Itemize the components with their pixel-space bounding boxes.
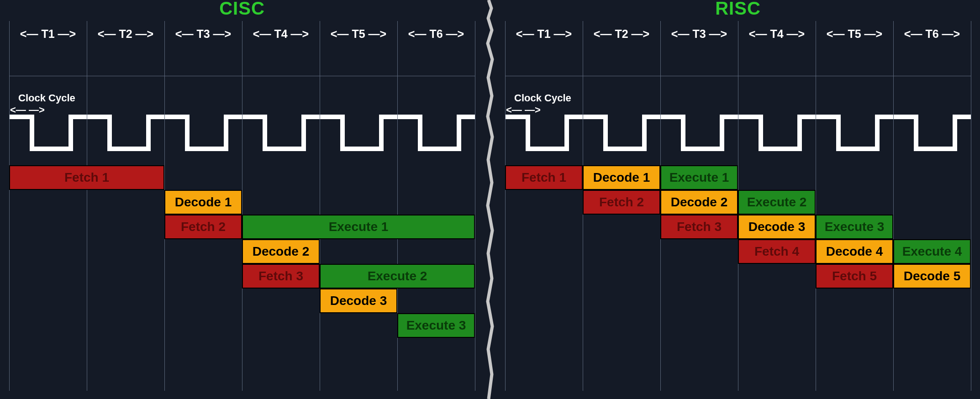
time-slot-label: <— T6 —> — [893, 27, 971, 41]
clock-cycle-label: Clock Cycle — [18, 92, 75, 104]
cisc-panel: CISC Clock Cycle <— —> <— T1 —><— T2 —><… — [0, 0, 484, 399]
diagram-root: CISC Clock Cycle <— —> <— T1 —><— T2 —><… — [0, 0, 980, 399]
time-slot-label: <— T4 —> — [738, 27, 816, 41]
grid-line — [505, 21, 506, 391]
pipeline-stage-execute: Execute 2 — [738, 190, 816, 215]
pipeline-stage-fetch: Fetch 3 — [660, 215, 738, 239]
time-slot-label: <— T5 —> — [320, 27, 397, 41]
torn-edge-icon — [484, 0, 496, 399]
pipeline-stage-decode: Decode 1 — [164, 190, 242, 215]
panel-divider — [484, 0, 496, 399]
pipeline-stage-fetch: Fetch 3 — [242, 264, 320, 289]
pipeline-stage-execute: Execute 1 — [660, 165, 738, 190]
time-slot-label: <— T3 —> — [164, 27, 242, 41]
clock-cycle-label: Clock Cycle — [514, 92, 571, 104]
grid-line — [242, 21, 242, 391]
cisc-grid: Clock Cycle <— —> <— T1 —><— T2 —><— T3 … — [9, 21, 475, 391]
grid-line — [9, 21, 10, 391]
pipeline-stage-decode: Decode 2 — [242, 239, 320, 264]
grid-line — [475, 21, 475, 391]
grid-line — [320, 21, 320, 391]
pipeline-stage-execute: Execute 2 — [320, 264, 475, 289]
pipeline-stage-fetch: Fetch 1 — [505, 165, 583, 190]
time-slot-label: <— T5 —> — [816, 27, 893, 41]
pipeline-stage-fetch: Fetch 5 — [816, 264, 893, 289]
pipeline-stage-fetch: Fetch 1 — [9, 165, 164, 190]
grid-line — [893, 21, 894, 391]
pipeline-stage-fetch: Fetch 4 — [738, 239, 816, 264]
time-slot-label: <— T2 —> — [583, 27, 660, 41]
pipeline-stage-execute: Execute 1 — [242, 215, 475, 239]
pipeline-stage-execute: Execute 3 — [397, 313, 475, 338]
pipeline-stage-decode: Decode 4 — [816, 239, 893, 264]
grid-line — [816, 21, 816, 391]
pipeline-stage-decode: Decode 2 — [660, 190, 738, 215]
time-slot-label: <— T1 —> — [9, 27, 87, 41]
cisc-title: CISC — [0, 0, 484, 19]
grid-line — [87, 21, 87, 391]
pipeline-stage-execute: Execute 4 — [893, 239, 971, 264]
time-slot-label: <— T3 —> — [660, 27, 738, 41]
pipeline-stage-decode: Decode 3 — [738, 215, 816, 239]
risc-title: RISC — [496, 0, 980, 19]
pipeline-stage-execute: Execute 3 — [816, 215, 893, 239]
time-slot-label: <— T2 —> — [87, 27, 164, 41]
pipeline-stage-decode: Decode 5 — [893, 264, 971, 289]
time-slot-label: <— T4 —> — [242, 27, 320, 41]
time-slot-label: <— T6 —> — [397, 27, 475, 41]
pipeline-stage-decode: Decode 1 — [583, 165, 660, 190]
pipeline-stage-decode: Decode 3 — [320, 289, 397, 313]
risc-grid: Clock Cycle <— —> <— T1 —><— T2 —><— T3 … — [505, 21, 971, 391]
risc-panel: RISC Clock Cycle <— —> <— T1 —><— T2 —><… — [496, 0, 980, 399]
time-slot-label: <— T1 —> — [505, 27, 583, 41]
grid-line — [971, 21, 971, 391]
pipeline-stage-fetch: Fetch 2 — [164, 215, 242, 239]
pipeline-stage-fetch: Fetch 2 — [583, 190, 660, 215]
